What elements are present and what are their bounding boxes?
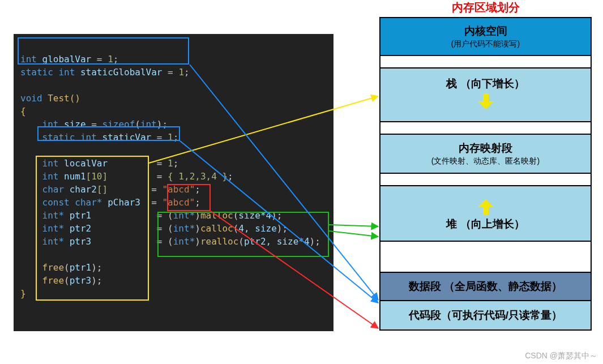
arrow-malloc-to-heap [329, 225, 378, 226]
mem-gap-4 [380, 242, 591, 273]
mem-stack-title: 栈 （向下增长） [446, 78, 524, 91]
mem-mmap: 内存映射段 (文件映射、动态库、匿名映射) [380, 135, 591, 174]
mem-kernel-sub: (用户代码不能读写) [451, 39, 520, 49]
mem-gap-3 [380, 174, 591, 186]
mem-code-title: 代码段（可执行代码/只读常量） [409, 309, 562, 322]
mem-kernel-title: 内核空间 [464, 25, 507, 38]
mem-data-title: 数据段 （全局函数、静态数据） [409, 280, 562, 293]
mem-stack: 栈 （向下增长） [380, 68, 591, 122]
arrow-up-icon [478, 199, 494, 215]
watermark-text: CSDN @萧瑟其中～ [525, 351, 597, 361]
code-editor-panel: int globalVar = 1; static int staticGlob… [14, 34, 333, 331]
arrow-down-icon [478, 93, 494, 109]
code-token: int [20, 54, 42, 65]
arrow-malloc-to-heap-2 [329, 231, 378, 237]
mem-heap: 堆 （向上增长） [380, 186, 591, 242]
mem-heap-title: 堆 （向上增长） [446, 218, 524, 231]
mem-mmap-title: 内存映射段 [459, 142, 512, 155]
mem-mmap-sub: (文件映射、动态库、匿名映射) [431, 156, 540, 166]
mem-gap-1 [380, 56, 591, 68]
mem-code: 代码段（可执行代码/只读常量） [380, 301, 591, 329]
mem-data: 数据段 （全局函数、静态数据） [380, 273, 591, 301]
mem-gap-2 [380, 122, 591, 135]
mem-kernel: 内核空间 (用户代码不能读写) [380, 18, 591, 56]
memory-diagram: 内核空间 (用户代码不能读写) 栈 （向下增长） 内存映射段 (文件映射、动态库… [379, 17, 592, 331]
memory-diagram-title: 内存区域划分 [379, 0, 592, 15]
